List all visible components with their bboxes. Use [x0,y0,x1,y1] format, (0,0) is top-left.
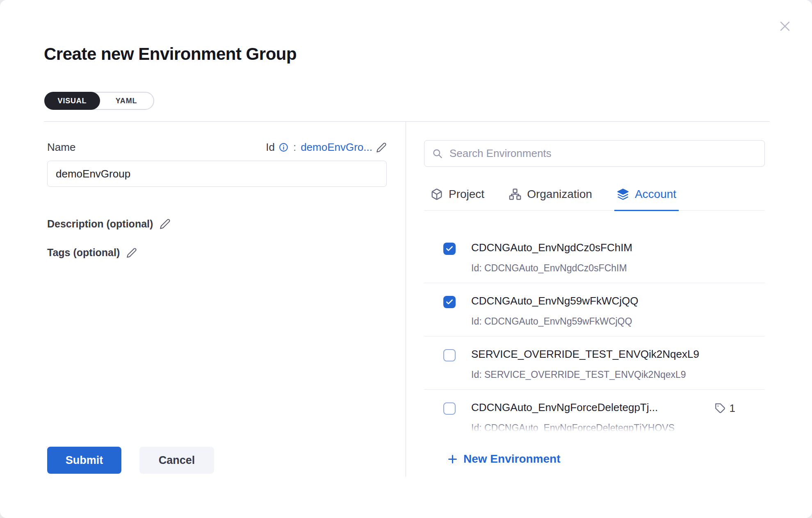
visual-yaml-toggle: VISUAL YAML [44,92,154,110]
name-row: Name Id : demoEnvGro... [47,141,387,154]
environment-row[interactable]: CDCNGAuto_EnvNg59wFkWCjQQ Id: CDCNGAuto_… [424,283,765,336]
environment-search [424,140,765,167]
environment-list: CDCNGAuto_EnvNgdCz0sFChIM Id: CDCNGAuto_… [424,211,765,432]
environment-row[interactable]: CDCNGAuto_EnvNgdCz0sFChIM Id: CDCNGAuto_… [424,230,765,283]
environment-id: Id: CDCNGAuto_EnvNg59wFkWCjQQ [471,316,765,327]
id-cluster: Id : demoEnvGro... [266,141,387,154]
cube-icon [431,188,443,200]
create-environment-group-dialog: Create new Environment Group VISUAL YAML… [0,0,812,518]
search-input[interactable] [449,147,757,160]
dialog-title: Create new Environment Group [44,44,297,64]
environment-name: SERVICE_OVERRIDE_TEST_ENVQik2NqexL9 [471,348,765,361]
checkbox-unchecked[interactable] [443,402,456,415]
new-environment-label: New Environment [463,452,560,466]
edit-id-pencil-icon[interactable] [376,142,387,153]
tab-organization[interactable]: Organization [506,179,595,211]
id-value-link[interactable]: demoEnvGro... [301,141,372,154]
cancel-button[interactable]: Cancel [139,447,214,474]
edit-tags-pencil-icon[interactable] [126,248,137,258]
checkbox-unchecked[interactable] [443,349,456,361]
page: Create new Environment Group VISUAL YAML… [0,0,812,518]
close-button[interactable] [777,18,793,34]
tab-account-label: Account [635,188,676,201]
horizontal-divider [44,121,770,122]
checkbox-checked[interactable] [443,296,456,308]
layers-icon [617,188,629,200]
tag-count-badge: 1 [715,402,735,415]
environment-text: CDCNGAuto_EnvNgForceDeletegpTj... Id: CD… [471,401,715,432]
new-environment-button[interactable]: New Environment [447,452,560,466]
scope-tabs: Project Organization Account [424,179,765,211]
close-icon [778,19,792,33]
toggle-yaml[interactable]: YAML [99,93,153,109]
plus-icon [447,454,458,465]
vertical-divider [406,122,406,477]
description-label: Description (optional) [47,218,153,230]
environment-id: Id: CDCNGAuto_EnvNgdCz0sFChIM [471,263,765,274]
edit-description-pencil-icon[interactable] [160,218,171,229]
tags-label: Tags (optional) [47,247,120,259]
environment-row[interactable]: SERVICE_OVERRIDE_TEST_ENVQik2NqexL9 Id: … [424,336,765,390]
checkbox-checked[interactable] [443,243,456,255]
environment-row[interactable]: CDCNGAuto_EnvNgForceDeletegpTj... Id: CD… [424,390,765,432]
check-icon [445,298,454,306]
tab-project-label: Project [449,188,484,201]
environment-name: CDCNGAuto_EnvNg59wFkWCjQQ [471,295,765,307]
org-chart-icon [509,188,521,200]
environment-id: Id: CDCNGAuto_EnvNgForceDeletegpTjYHOVS [471,423,715,432]
environment-text: CDCNGAuto_EnvNg59wFkWCjQQ Id: CDCNGAuto_… [471,295,765,327]
tab-organization-label: Organization [527,188,592,201]
tab-account[interactable]: Account [614,179,679,211]
description-section: Description (optional) [47,218,171,230]
environment-text: SERVICE_OVERRIDE_TEST_ENVQik2NqexL9 Id: … [471,348,765,380]
submit-button[interactable]: Submit [47,447,121,474]
id-label: Id [266,141,275,154]
name-input[interactable] [47,161,387,187]
toggle-visual[interactable]: VISUAL [44,92,100,110]
id-info-icon[interactable] [278,142,289,152]
tag-icon [715,403,726,414]
tags-section: Tags (optional) [47,247,137,259]
environment-text: CDCNGAuto_EnvNgdCz0sFChIM Id: CDCNGAuto_… [471,241,765,274]
environment-name: CDCNGAuto_EnvNgdCz0sFChIM [471,241,765,254]
tab-project[interactable]: Project [428,179,487,211]
name-label: Name [47,141,75,154]
id-colon: : [293,141,296,154]
search-icon [432,148,443,159]
dialog-actions: Submit Cancel [47,447,214,474]
check-icon [445,245,454,253]
environment-id: Id: SERVICE_OVERRIDE_TEST_ENVQik2NqexL9 [471,369,765,380]
environment-name: CDCNGAuto_EnvNgForceDeletegpTj... [471,401,715,414]
tag-count: 1 [730,402,735,415]
